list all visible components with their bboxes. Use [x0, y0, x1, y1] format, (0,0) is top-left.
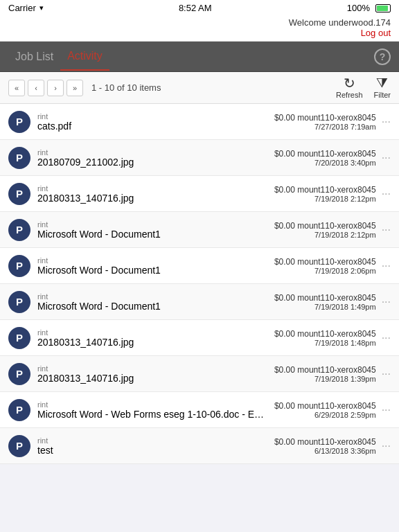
item-more-button[interactable]: ··· [382, 116, 391, 127]
item-date: 7/19/2018 1:39pm [314, 375, 376, 383]
status-bar: Carrier ▾ 8:52 AM 100% [0, 0, 399, 16]
item-cost: $0.00 mount110-xerox8045 [274, 437, 376, 447]
item-more-button[interactable]: ··· [382, 224, 391, 236]
item-date: 7/19/2018 2:06pm [314, 267, 376, 275]
avatar: P [8, 111, 30, 133]
item-name: 20180313_140716.jpg [37, 193, 269, 204]
avatar: P [8, 219, 30, 241]
item-date: 6/29/2018 2:59pm [314, 411, 376, 419]
list-item[interactable]: P rint cats.pdf $0.00 mount110-xerox8045… [0, 104, 399, 140]
prev-page-button[interactable]: ‹ [28, 80, 44, 96]
tab-job-list[interactable]: Job List [8, 44, 60, 70]
item-name: cats.pdf [37, 121, 269, 132]
item-type: rint [37, 400, 269, 409]
avatar: P [8, 435, 30, 457]
welcome-bar: Welcome underwood.174 Log out [0, 16, 399, 42]
item-more-button[interactable]: ··· [382, 152, 391, 163]
avatar: P [8, 363, 30, 385]
item-name: 20180313_140716.jpg [37, 373, 269, 384]
item-body: rint Microsoft Word - Document1 [37, 220, 269, 240]
item-meta: $0.00 mount110-xerox8045 7/19/2018 1:39p… [274, 365, 376, 383]
item-meta: $0.00 mount110-xerox8045 7/27/2018 7:19a… [274, 113, 376, 131]
item-type: rint [37, 328, 269, 337]
item-date: 7/27/2018 7:19am [314, 123, 376, 131]
item-date: 7/19/2018 2:12pm [314, 231, 376, 239]
item-name: Microsoft Word - Document1 [37, 229, 269, 240]
item-cost: $0.00 mount110-xerox8045 [274, 185, 376, 195]
item-date: 6/13/2018 3:36pm [314, 447, 376, 455]
avatar: P [8, 255, 30, 277]
item-name: 20180709_211002.jpg [37, 157, 269, 168]
battery-icon [375, 4, 391, 12]
status-right: 100% [347, 3, 391, 13]
item-type: rint [37, 292, 269, 301]
list-item[interactable]: P rint 20180313_140716.jpg $0.00 mount11… [0, 356, 399, 392]
item-body: rint test [37, 436, 269, 456]
item-type: rint [37, 436, 269, 445]
item-meta: $0.00 mount110-xerox8045 6/13/2018 3:36p… [274, 437, 376, 455]
first-page-button[interactable]: « [8, 80, 25, 96]
item-body: rint 20180313_140716.jpg [37, 328, 269, 348]
carrier-label: Carrier [8, 3, 36, 13]
list-item[interactable]: P rint Microsoft Word - Document1 $0.00 … [0, 248, 399, 284]
item-more-button[interactable]: ··· [382, 260, 391, 272]
item-type: rint [37, 220, 269, 229]
item-meta: $0.00 mount110-xerox8045 7/19/2018 2:06p… [274, 257, 376, 275]
list-item[interactable]: P rint Microsoft Word - Web Forms eseg 1… [0, 392, 399, 428]
item-more-button[interactable]: ··· [382, 441, 391, 452]
item-name: 20180313_140716.jpg [37, 337, 269, 348]
item-more-button[interactable]: ··· [382, 369, 391, 380]
item-cost: $0.00 mount110-xerox8045 [274, 365, 376, 375]
item-cost: $0.00 mount110-xerox8045 [274, 257, 376, 267]
time-label: 8:52 AM [179, 3, 212, 13]
refresh-button[interactable]: ↻ Refresh [336, 76, 363, 99]
item-meta: $0.00 mount110-xerox8045 7/19/2018 2:12p… [274, 185, 376, 203]
item-cost: $0.00 mount110-xerox8045 [274, 113, 376, 123]
activity-list: P rint cats.pdf $0.00 mount110-xerox8045… [0, 104, 399, 464]
filter-icon: ⧩ [376, 76, 388, 90]
header-right: ? [374, 48, 391, 65]
help-button[interactable]: ? [374, 48, 391, 65]
item-type: rint [37, 148, 269, 157]
item-type: rint [37, 256, 269, 265]
item-more-button[interactable]: ··· [382, 296, 391, 308]
item-cost: $0.00 mount110-xerox8045 [274, 329, 376, 339]
items-count: 1 - 10 of 10 items [91, 82, 161, 93]
item-body: rint Microsoft Word - Document1 [37, 292, 269, 312]
pagination-controls: « ‹ › » [8, 80, 83, 96]
item-body: rint cats.pdf [37, 112, 269, 132]
logout-link[interactable]: Log out [8, 28, 391, 38]
item-date: 7/19/2018 1:49pm [314, 303, 376, 311]
item-body: rint 20180709_211002.jpg [37, 148, 269, 168]
item-more-button[interactable]: ··· [382, 188, 391, 200]
list-item[interactable]: P rint 20180313_140716.jpg $0.00 mount11… [0, 320, 399, 356]
item-type: rint [37, 112, 269, 121]
header-tabs: Job List Activity ? [0, 42, 399, 72]
item-meta: $0.00 mount110-xerox8045 7/19/2018 2:12p… [274, 221, 376, 239]
list-item[interactable]: P rint 20180313_140716.jpg $0.00 mount11… [0, 176, 399, 212]
filter-button[interactable]: ⧩ Filter [374, 76, 391, 99]
item-name: Microsoft Word - Document1 [37, 301, 269, 312]
item-date: 7/19/2018 1:48pm [314, 339, 376, 347]
last-page-button[interactable]: » [66, 80, 83, 96]
avatar: P [8, 399, 30, 421]
status-left: Carrier ▾ [8, 3, 44, 13]
item-meta: $0.00 mount110-xerox8045 6/29/2018 2:59p… [274, 401, 376, 419]
item-type: rint [37, 184, 269, 193]
tab-activity[interactable]: Activity [60, 43, 109, 71]
item-body: rint Microsoft Word - Document1 [37, 256, 269, 276]
battery-percent: 100% [347, 3, 370, 13]
item-more-button[interactable]: ··· [382, 405, 391, 416]
item-cost: $0.00 mount110-xerox8045 [274, 149, 376, 159]
toolbar: « ‹ › » 1 - 10 of 10 items ↻ Refresh ⧩ F… [0, 72, 399, 104]
item-type: rint [37, 364, 269, 373]
list-item[interactable]: P rint 20180709_211002.jpg $0.00 mount11… [0, 140, 399, 176]
item-more-button[interactable]: ··· [382, 332, 391, 344]
item-name: Microsoft Word - Web Forms eseg 1-10-06.… [37, 409, 269, 420]
refresh-icon: ↻ [344, 76, 355, 90]
list-item[interactable]: P rint test $0.00 mount110-xerox8045 6/1… [0, 428, 399, 464]
next-page-button[interactable]: › [47, 80, 64, 96]
list-item[interactable]: P rint Microsoft Word - Document1 $0.00 … [0, 284, 399, 320]
list-item[interactable]: P rint Microsoft Word - Document1 $0.00 … [0, 212, 399, 248]
toolbar-right: ↻ Refresh ⧩ Filter [336, 76, 391, 99]
